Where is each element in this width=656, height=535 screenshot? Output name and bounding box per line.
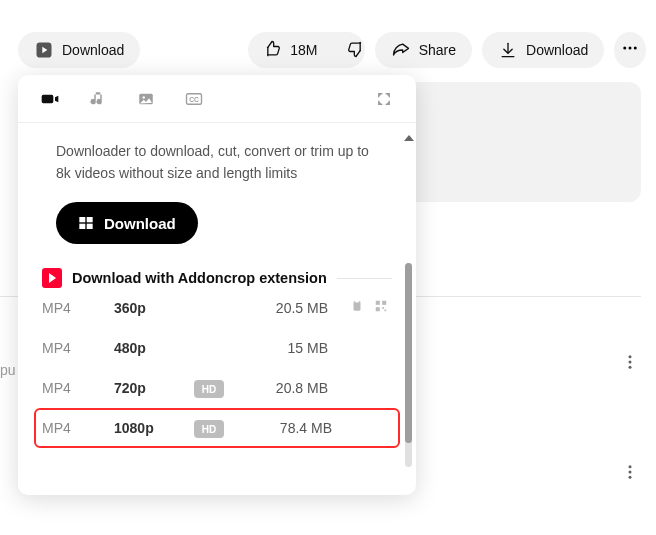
tab-captions[interactable]: CC — [170, 75, 218, 123]
svg-rect-14 — [79, 217, 85, 222]
clipboard-icon[interactable] — [350, 299, 364, 317]
row-menu-2[interactable] — [618, 460, 642, 484]
action-bar: Download 18M Share Download — [18, 32, 646, 68]
format-label: MP4 — [42, 420, 114, 436]
expand-button[interactable] — [360, 75, 408, 123]
tab-audio[interactable] — [74, 75, 122, 123]
play-badge-icon — [34, 40, 54, 60]
svg-rect-18 — [354, 302, 361, 311]
size-label: 15 MB — [234, 340, 328, 356]
like-dislike-group: 18M — [248, 32, 364, 68]
section-title: Download with Addoncrop extension — [72, 270, 327, 286]
svg-rect-15 — [87, 217, 93, 222]
big-download-label: Download — [104, 215, 176, 232]
svg-point-2 — [629, 47, 632, 50]
format-label: MP4 — [42, 300, 114, 316]
resolution-label: 720p — [114, 380, 194, 396]
svg-rect-21 — [382, 301, 386, 305]
resolution-label: 360p — [114, 300, 194, 316]
hd-badge: HD — [194, 380, 224, 398]
svg-point-8 — [629, 471, 632, 474]
windows-icon — [78, 215, 94, 231]
svg-point-11 — [143, 96, 145, 98]
dislike-button[interactable] — [332, 32, 365, 68]
svg-point-9 — [629, 476, 632, 479]
thumbs-down-icon — [346, 39, 365, 62]
popup-tabs: CC — [18, 75, 416, 123]
svg-point-6 — [629, 366, 632, 369]
size-label: 20.5 MB — [234, 300, 328, 316]
share-label: Share — [419, 42, 456, 58]
section-head: Download with Addoncrop extension — [42, 268, 392, 288]
svg-rect-17 — [87, 224, 93, 229]
svg-rect-19 — [355, 301, 359, 303]
qr-icon[interactable] — [374, 299, 388, 317]
like-button[interactable]: 18M — [248, 32, 331, 68]
size-label: 20.8 MB — [234, 380, 328, 396]
svg-text:CC: CC — [189, 96, 199, 103]
tab-image[interactable] — [122, 75, 170, 123]
download-pill[interactable]: Download — [18, 32, 140, 68]
share-button[interactable]: Share — [375, 32, 472, 68]
thumbs-up-icon — [262, 39, 282, 62]
more-actions-button[interactable] — [614, 32, 646, 68]
quality-row[interactable]: MP41080pHD78.4 MB — [34, 408, 400, 448]
svg-point-1 — [623, 47, 626, 50]
download2-label: Download — [526, 42, 588, 58]
popup-description: Downloader to download, cut, convert or … — [42, 141, 392, 184]
row-menu-1[interactable] — [618, 350, 642, 374]
resolution-label: 480p — [114, 340, 194, 356]
svg-rect-16 — [79, 224, 85, 229]
share-icon — [391, 40, 411, 60]
windows-download-button[interactable]: Download — [56, 202, 198, 244]
svg-point-7 — [629, 465, 632, 468]
size-label: 78.4 MB — [234, 420, 332, 436]
quality-list: MP4360p20.5 MBMP4480p15 MBMP4720pHD20.8 … — [42, 288, 392, 448]
svg-rect-22 — [376, 308, 380, 312]
download-pill-label: Download — [62, 42, 124, 58]
more-horizontal-icon — [621, 39, 639, 61]
popup-scrollbar[interactable] — [405, 183, 412, 467]
download-arrow-icon — [498, 40, 518, 60]
svg-point-3 — [634, 47, 637, 50]
hd-badge: HD — [194, 420, 224, 438]
svg-point-4 — [629, 355, 632, 358]
quality-row[interactable]: MP4360p20.5 MB — [42, 288, 392, 328]
svg-rect-20 — [376, 301, 380, 305]
resolution-label: 1080p — [114, 420, 194, 436]
format-label: MP4 — [42, 380, 114, 396]
section-line — [337, 278, 392, 279]
download-button-2[interactable]: Download — [482, 32, 604, 68]
addoncrop-icon — [42, 268, 62, 288]
svg-point-5 — [629, 361, 632, 364]
hd-cell: HD — [194, 419, 234, 439]
hd-cell: HD — [194, 379, 234, 399]
row-extras — [328, 299, 388, 317]
truncated-text: pu — [0, 362, 16, 378]
quality-row[interactable]: MP4720pHD20.8 MB — [42, 368, 392, 408]
format-label: MP4 — [42, 340, 114, 356]
scroll-up-arrow[interactable] — [404, 135, 414, 141]
like-count: 18M — [290, 42, 317, 58]
svg-rect-23 — [382, 308, 384, 310]
svg-rect-24 — [385, 310, 387, 312]
download-popup: CC Downloader to download, cut, convert … — [18, 75, 416, 495]
quality-row[interactable]: MP4480p15 MB — [42, 328, 392, 368]
tab-video[interactable] — [26, 75, 74, 123]
popup-body: Downloader to download, cut, convert or … — [18, 123, 416, 495]
